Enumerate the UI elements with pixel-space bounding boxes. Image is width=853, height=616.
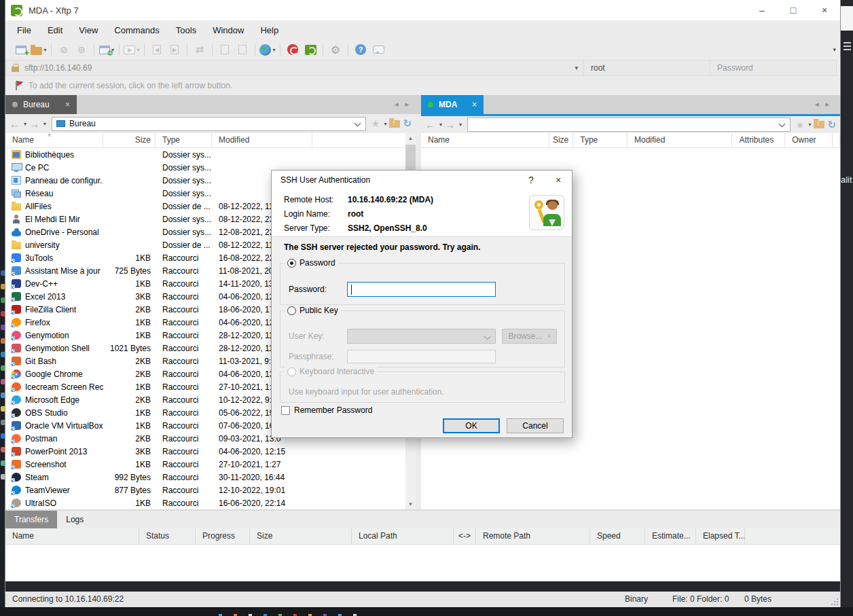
xshell-button[interactable]	[284, 41, 302, 58]
reconnect-button[interactable]: ⊙	[73, 41, 90, 58]
transfers-column-headers: NameStatusProgressSizeLocal Path<->Remot…	[5, 528, 840, 545]
transfer-column-size[interactable]: Size	[250, 528, 352, 544]
keyboard-interactive-radio[interactable]	[287, 367, 296, 376]
remote-favorites-star-button[interactable]: ★	[796, 120, 805, 130]
column-header-name[interactable]: Name	[421, 133, 549, 147]
tab-transfers[interactable]: Transfers	[5, 511, 57, 528]
maximize-button[interactable]: □	[778, 0, 809, 20]
file-row-steam[interactable]: Steam992 BytesRaccourci30-11-2020, 16:44	[5, 471, 416, 484]
home-folder-button[interactable]	[389, 120, 400, 128]
execute-button[interactable]: ▶▾	[123, 41, 141, 58]
transfer-column-direction[interactable]: <->	[454, 528, 476, 544]
upload-button[interactable]: ▶	[166, 41, 183, 58]
back-button[interactable]: ←	[10, 118, 20, 130]
menu-item-file[interactable]: File	[17, 25, 31, 35]
disconnect-button[interactable]: ⊘	[55, 41, 73, 58]
remote-path-caret-icon[interactable]	[778, 121, 785, 128]
dialog-help-button[interactable]: ?	[518, 175, 545, 185]
file-name: university	[25, 240, 60, 250]
menu-item-commands[interactable]: Commands	[114, 25, 159, 35]
column-header-size[interactable]: Size	[103, 133, 156, 147]
column-header-name[interactable]: Name	[5, 133, 103, 147]
transfer-column-status[interactable]: Status	[139, 528, 196, 544]
forward-button[interactable]: →	[29, 118, 39, 130]
cancel-button[interactable]: Cancel	[507, 418, 564, 433]
scroll-up-icon[interactable]: ▲	[405, 133, 416, 143]
encoding-globe-button[interactable]: ▾	[259, 41, 276, 58]
column-header-modified[interactable]: Modified	[628, 133, 732, 147]
column-header-attributes[interactable]: Attributes	[732, 133, 785, 147]
new-session-button[interactable]: +	[12, 41, 30, 58]
tab-logs[interactable]: Logs	[57, 511, 92, 528]
help-button[interactable]: ?	[352, 41, 369, 58]
file-size: 1KB	[103, 253, 156, 263]
menu-item-edit[interactable]: Edit	[48, 25, 62, 35]
copy-button[interactable]	[216, 41, 234, 58]
remote-path-combobox[interactable]	[467, 117, 791, 132]
paste-button[interactable]	[234, 41, 251, 58]
close-button[interactable]: ×	[809, 0, 840, 20]
favorites-star-button[interactable]: ★	[371, 118, 380, 129]
file-row-biblioth-ques[interactable]: BibliothèquesDossier sys...	[5, 148, 416, 161]
tab-mda[interactable]: MDA ×	[421, 95, 484, 114]
left-tab-scroll-arrows[interactable]: ◂▸	[395, 100, 416, 109]
tab-bureau[interactable]: Bureau ×	[5, 95, 77, 114]
refresh-button[interactable]: ↻	[403, 117, 412, 130]
file-type: Raccourci	[156, 369, 212, 379]
menu-item-help[interactable]: Help	[260, 25, 278, 35]
dialog-close-button[interactable]: ×	[545, 175, 572, 185]
scrollbar-thumb[interactable]	[405, 145, 416, 170]
menu-item-window[interactable]: Window	[213, 25, 244, 35]
browse-button[interactable]: Browse...▾	[502, 329, 557, 344]
transfer-column-elapsed-t[interactable]: Elapsed T...	[696, 528, 745, 544]
column-header-owner[interactable]: Owner	[785, 133, 833, 147]
open-session-button[interactable]: ▾	[30, 41, 48, 58]
username-field[interactable]	[584, 60, 710, 76]
file-row-ultraiso[interactable]: UltraISO1KBRaccourci16-06-2020, 22:14	[5, 496, 416, 509]
scroll-down-icon[interactable]: ▼	[405, 499, 416, 509]
local-path-caret-icon[interactable]	[354, 120, 361, 126]
synchronize-button[interactable]: ⇄	[191, 41, 208, 58]
column-header-modified[interactable]: Modified	[212, 133, 312, 147]
transfer-column-remote-path[interactable]: Remote Path	[476, 528, 590, 544]
tab-bureau-close-icon[interactable]: ×	[65, 100, 70, 109]
resize-grip[interactable]	[831, 598, 838, 605]
transfer-column-name[interactable]: Name	[5, 528, 139, 544]
column-header-type[interactable]: Type	[156, 133, 212, 147]
download-button[interactable]: ◀	[148, 41, 166, 58]
file-row-screenshot[interactable]: Screenshot1KBRaccourci27-10-2021, 1:27	[5, 458, 416, 471]
file-row-powerpoint-2013[interactable]: PowerPoint 20133KBRaccourci04-06-2020, 1…	[5, 445, 416, 458]
dialog-password-input[interactable]	[347, 282, 496, 297]
password-field[interactable]	[710, 60, 837, 76]
menu-item-tools[interactable]: Tools	[176, 25, 196, 35]
password-radio[interactable]	[287, 259, 296, 268]
minimize-button[interactable]: –	[746, 0, 778, 20]
address-url-combobox[interactable]: sftp://10.16.140.69 ▾	[5, 60, 584, 76]
remote-forward-button[interactable]: →	[445, 119, 455, 130]
menu-item-view[interactable]: View	[79, 25, 98, 35]
transfer-column-progress[interactable]: Progress	[196, 528, 250, 544]
passphrase-input[interactable]	[347, 350, 496, 363]
transfer-column-local-path[interactable]: Local Path	[352, 528, 454, 544]
remote-home-folder-button[interactable]	[814, 121, 824, 128]
session-properties-button[interactable]: ⚙▾	[98, 41, 115, 58]
ok-button[interactable]: OK	[443, 418, 500, 433]
file-row-teamviewer[interactable]: TeamViewer877 BytesRaccourci12-10-2022, …	[5, 484, 416, 496]
column-header-type[interactable]: Type	[573, 133, 628, 147]
user-key-combobox[interactable]	[347, 329, 496, 344]
remote-back-button[interactable]: ←	[425, 119, 435, 130]
transfer-column-estimate[interactable]: Estimate...	[645, 528, 696, 544]
toolbar-overflow-caret[interactable]: ▾	[833, 46, 836, 53]
remote-refresh-button[interactable]: ↻	[827, 119, 836, 131]
column-header-size[interactable]: Size	[549, 133, 573, 147]
new-xftp-window-button[interactable]	[302, 41, 319, 58]
public-key-radio[interactable]	[287, 306, 296, 315]
tab-mda-close-icon[interactable]: ×	[472, 100, 477, 109]
local-path-combobox[interactable]: Bureau	[52, 117, 366, 131]
remember-password-checkbox[interactable]	[281, 406, 290, 415]
feedback-button[interactable]	[369, 41, 387, 58]
right-tab-scroll-arrows[interactable]: ◂▸	[815, 100, 836, 109]
address-dropdown-caret[interactable]: ▾	[575, 65, 578, 71]
options-gear-button[interactable]: ⚙	[327, 41, 344, 58]
transfer-column-speed[interactable]: Speed	[590, 528, 645, 544]
